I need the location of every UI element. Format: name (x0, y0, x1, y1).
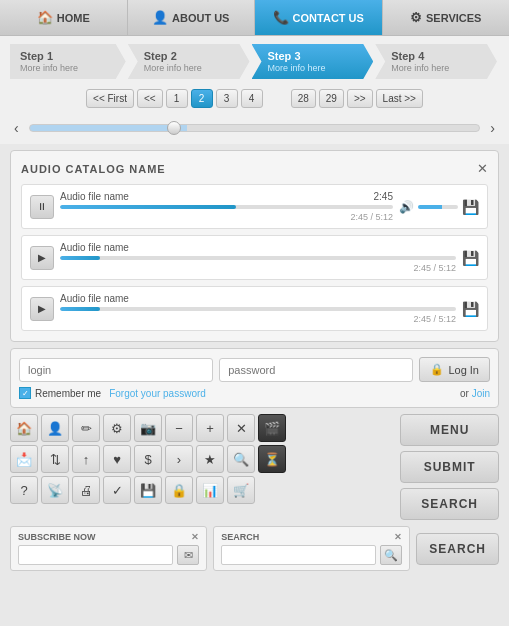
nav-contact[interactable]: 📞 CONTACT US (255, 0, 383, 35)
step-2[interactable]: Step 2 More info here (128, 44, 250, 79)
slider-left-arrow[interactable]: ‹ (10, 118, 23, 138)
play-button-3[interactable]: ▶ (30, 297, 54, 321)
audio-progress-1[interactable] (60, 205, 393, 209)
join-link[interactable]: Join (472, 388, 490, 399)
subscribe-input[interactable] (18, 545, 173, 565)
page-29[interactable]: 29 (319, 89, 344, 108)
icon-settings[interactable]: ⚙ (103, 414, 131, 442)
audio-info-1: Audio file name 2:45 2:45 / 5:12 (60, 191, 393, 222)
icon-sort[interactable]: ⇅ (41, 445, 69, 473)
icon-hourglass[interactable]: ⏳ (258, 445, 286, 473)
icon-video[interactable]: 🎬 (258, 414, 286, 442)
slider-right-arrow[interactable]: › (486, 118, 499, 138)
page-last[interactable]: Last >> (376, 89, 423, 108)
icon-lock[interactable]: 🔒 (165, 476, 193, 504)
forgot-password-link[interactable]: Forgot your password (109, 388, 206, 399)
icon-camera[interactable]: 📷 (134, 414, 162, 442)
page-1[interactable]: 1 (166, 89, 188, 108)
icon-heart[interactable]: ♥ (103, 445, 131, 473)
pagination: << First << 1 2 3 4 28 29 >> Last >> (0, 83, 509, 114)
icon-search[interactable]: 🔍 (227, 445, 255, 473)
subscribe-close-button[interactable]: ✕ (191, 532, 199, 542)
audio-time-1: 2:45 (374, 191, 393, 202)
nav-services[interactable]: ⚙ SERVICES (383, 0, 510, 35)
icon-dollar[interactable]: $ (134, 445, 162, 473)
icon-grid-row1: 🏠 👤 ✏ ⚙ 📷 − + ✕ 🎬 (10, 414, 317, 442)
play-button-2[interactable]: ▶ (30, 246, 54, 270)
search-close-button[interactable]: ✕ (394, 532, 402, 542)
menu-button[interactable]: MENU (400, 414, 499, 446)
audio-info-3: Audio file name 2:45 / 5:12 (60, 293, 456, 324)
search-label-text: SEARCH (221, 532, 259, 542)
page-3[interactable]: 3 (216, 89, 238, 108)
login-input[interactable] (19, 358, 213, 382)
icon-arrow[interactable]: › (165, 445, 193, 473)
page-prev2[interactable]: << (137, 89, 163, 108)
step-1[interactable]: Step 1 More info here (10, 44, 126, 79)
search-input[interactable] (221, 545, 376, 565)
icon-close[interactable]: ✕ (227, 414, 255, 442)
catalog-close-button[interactable]: ✕ (477, 161, 488, 176)
save-button-3[interactable]: 💾 (462, 301, 479, 317)
audio-progress-2[interactable] (60, 256, 456, 260)
audio-catalog: AUDIO CATALOG NAME ✕ ⏸ Audio file name 2… (10, 150, 499, 342)
page-first[interactable]: << First (86, 89, 134, 108)
icon-cart[interactable]: 🛒 (227, 476, 255, 504)
icon-grid-row2: 📩 ⇅ ↑ ♥ $ › ★ 🔍 ⏳ (10, 445, 317, 473)
catalog-title: AUDIO CATALOG NAME (21, 163, 166, 175)
step-3-sub: More info here (268, 63, 326, 73)
audio-progress-fill-2 (60, 256, 100, 260)
submit-button[interactable]: SUBMIT (400, 451, 499, 483)
icon-user[interactable]: 👤 (41, 414, 69, 442)
icon-check[interactable]: ✓ (103, 476, 131, 504)
icon-minus[interactable]: − (165, 414, 193, 442)
volume-slider-1[interactable] (418, 205, 458, 209)
icon-chart[interactable]: 📊 (196, 476, 224, 504)
search-button-large[interactable]: SEARCH (416, 533, 499, 565)
icon-question[interactable]: ? (10, 476, 38, 504)
save-button-2[interactable]: 💾 (462, 250, 479, 266)
step-3[interactable]: Step 3 More info here (252, 44, 374, 79)
step-4[interactable]: Step 4 More info here (375, 44, 497, 79)
page-4[interactable]: 4 (241, 89, 263, 108)
step-1-sub: More info here (20, 63, 78, 73)
icon-star[interactable]: ★ (196, 445, 224, 473)
remember-checkbox[interactable]: ✓ (19, 387, 31, 399)
icon-mail[interactable]: 📩 (10, 445, 38, 473)
icon-rss[interactable]: 📡 (41, 476, 69, 504)
icon-plus[interactable]: + (196, 414, 224, 442)
page-next2[interactable]: >> (347, 89, 373, 108)
icon-edit[interactable]: ✏ (72, 414, 100, 442)
or-join-text: or Join (460, 388, 490, 399)
audio-item-2: ▶ Audio file name 2:45 / 5:12 💾 (21, 235, 488, 280)
nav-home[interactable]: 🏠 HOME (0, 0, 128, 35)
icon-home[interactable]: 🏠 (10, 414, 38, 442)
audio-progress-3[interactable] (60, 307, 456, 311)
login-button[interactable]: 🔒 Log In (419, 357, 490, 382)
icon-up[interactable]: ↑ (72, 445, 100, 473)
pause-button-1[interactable]: ⏸ (30, 195, 54, 219)
slider-thumb[interactable] (167, 121, 181, 135)
page-2[interactable]: 2 (191, 89, 213, 108)
step-2-num: Step 2 (144, 50, 202, 62)
nav-about[interactable]: 👤 ABOUT US (128, 0, 256, 35)
search-large-button[interactable]: SEARCH (400, 488, 499, 520)
subscribe-send-button[interactable]: ✉ (177, 545, 199, 565)
audio-name-3: Audio file name (60, 293, 129, 304)
page-gap (266, 95, 288, 103)
nav-home-label: HOME (57, 12, 90, 24)
page-28[interactable]: 28 (291, 89, 316, 108)
volume-icon-1[interactable]: 🔊 (399, 200, 414, 214)
icon-print[interactable]: 🖨 (72, 476, 100, 504)
catalog-header: AUDIO CATALOG NAME ✕ (21, 161, 488, 176)
sub-search-row: SUBSCRIBE NOW ✕ ✉ SEARCH ✕ 🔍 SEARCH (10, 526, 499, 571)
password-input[interactable] (219, 358, 413, 382)
icon-save[interactable]: 💾 (134, 476, 162, 504)
remember-label-text: Remember me (35, 388, 101, 399)
remember-me-label[interactable]: ✓ Remember me (19, 387, 101, 399)
save-button-1[interactable]: 💾 (462, 199, 479, 215)
login-btn-label: Log In (448, 364, 479, 376)
search-submit-button[interactable]: 🔍 (380, 545, 402, 565)
slider-track[interactable] (29, 124, 481, 132)
audio-progress-fill-3 (60, 307, 100, 311)
